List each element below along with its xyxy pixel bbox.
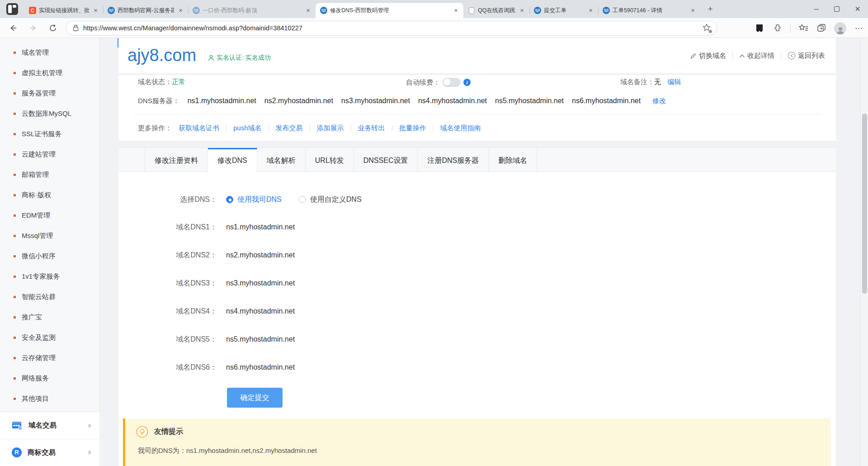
link-publish-trade[interactable]: 发布交易 xyxy=(276,124,303,133)
link-add-display[interactable]: 添加展示 xyxy=(317,124,344,133)
link-batch-ops[interactable]: 批量操作 xyxy=(399,124,426,133)
divider xyxy=(732,52,733,59)
browser-tab[interactable]: QQ在线咨询跳转中 × xyxy=(463,3,529,18)
bullet-icon xyxy=(14,296,16,298)
profile-avatar[interactable] xyxy=(834,22,846,34)
sidebar-item-promotion[interactable]: 推广宝 xyxy=(0,307,99,328)
sidebar-item-server[interactable]: 服务器管理 xyxy=(0,83,99,104)
info-icon[interactable]: i xyxy=(463,79,471,86)
workspace-icon[interactable] xyxy=(6,3,18,15)
sidebar-item-sitebuilder[interactable]: 云建站管理 xyxy=(0,144,99,165)
sidebar-item-cloudsites[interactable]: 智能云站群 xyxy=(0,287,99,307)
browser-tabstrip: C 实现短链接跳转、批量 × 西部数码官网-云服务器 × 一口价-西部数码-新顶… xyxy=(0,0,868,18)
tab-close-icon[interactable]: × xyxy=(587,7,594,14)
radio-unselected-icon[interactable] xyxy=(299,196,306,203)
bullet-icon xyxy=(14,255,16,257)
tab-modify-dns[interactable]: 修改DNS xyxy=(208,148,257,172)
browser-menu-icon[interactable]: ⋯ xyxy=(854,23,864,33)
tab-close-icon[interactable]: × xyxy=(177,7,184,14)
browser-tab[interactable]: C 实现短链接跳转、批量 × xyxy=(24,3,103,18)
toolbar-divider xyxy=(790,24,791,33)
tab-register-dns-server[interactable]: 注册DNS服务器 xyxy=(418,148,489,172)
sidebar-item-network[interactable]: 网络服务 xyxy=(0,368,99,389)
url-input[interactable]: https://www.west.cn/Manager/domainnew/ns… xyxy=(83,24,702,32)
browser-tab[interactable]: 工单5907146 - 详情 × xyxy=(598,3,700,18)
remark-value: 无 xyxy=(654,78,661,86)
back-button[interactable] xyxy=(6,21,20,35)
notice-text: 我司的DNS为：ns1.myhostadmin.net,ns2.myhostad… xyxy=(138,447,317,455)
sidebar-item-edm[interactable]: EDM管理 xyxy=(0,205,99,226)
sidebar-item-trademark[interactable]: 商标·版权 xyxy=(0,185,99,205)
domain-remark: 域名备注：无 编辑 xyxy=(620,78,681,86)
tab-close-icon[interactable]: × xyxy=(92,7,99,14)
browser-tab-active[interactable]: 修改DNS-西部数码管理 × xyxy=(316,3,463,18)
dns2-label: 域名DNS2： xyxy=(118,250,217,261)
tab-close-icon[interactable]: × xyxy=(518,7,526,14)
sidebar-section-label: 商标交易 xyxy=(28,448,89,457)
dns5-row: 域名DNS5： ns5.myhostadmin.net xyxy=(118,334,836,345)
dns-edit-link[interactable]: 修改 xyxy=(652,97,666,105)
window-maximize-button[interactable] xyxy=(826,0,847,18)
sidebar-item-storage[interactable]: 云存储管理 xyxy=(0,348,99,368)
sidebar-item-security[interactable]: 安全及监测 xyxy=(0,328,99,348)
dns-server-value: ns5.myhostadmin.net xyxy=(495,97,564,105)
sidebar-item-mysql[interactable]: 云数据库MySQL xyxy=(0,104,99,124)
sidebar-item-mssql[interactable]: Mssql管理 xyxy=(0,226,99,246)
domain-status-value: 正常 xyxy=(172,78,185,86)
sidebar-item-expert[interactable]: 1v1专家服务 xyxy=(0,266,99,287)
sidebar-item-domain-manage[interactable]: 域名管理 xyxy=(0,43,99,63)
bullet-icon xyxy=(14,214,16,217)
sidebar-item-miniprogram[interactable]: 微信小程序 xyxy=(0,246,99,266)
submit-button[interactable]: 确定提交 xyxy=(227,388,283,408)
page-scrollbar-thumb[interactable] xyxy=(862,114,867,294)
tab-title: 西部数码官网-云服务器 xyxy=(118,7,174,14)
new-tab-button[interactable]: + xyxy=(704,3,717,16)
address-bar[interactable]: https://www.west.cn/Manager/domainnew/ns… xyxy=(66,21,717,35)
browser-tab[interactable]: 一口价-西部数码-新顶 × xyxy=(188,3,316,18)
back-to-list-button[interactable]: 返回列表 xyxy=(788,52,825,60)
dns5-value: ns5.myhostadmin.net xyxy=(226,334,295,345)
collections-icon[interactable] xyxy=(816,23,827,33)
tab-url-forwarding[interactable]: URL转发 xyxy=(306,148,354,172)
tab-delete-domain[interactable]: 删除域名 xyxy=(489,148,537,172)
forward-button[interactable] xyxy=(26,21,40,35)
sidebar-item-mailbox[interactable]: 邮箱管理 xyxy=(0,165,99,185)
link-get-domain-cert[interactable]: 获取域名证书 xyxy=(179,124,219,133)
tab-edit-registration[interactable]: 修改注册资料 xyxy=(145,148,208,172)
divider xyxy=(351,125,351,131)
page-scrollbar[interactable] xyxy=(860,38,868,466)
sidebar-item-label: 商标·版权 xyxy=(22,191,51,200)
extension-2-icon[interactable] xyxy=(772,23,783,33)
link-transfer-out[interactable]: 业务转出 xyxy=(358,124,385,133)
refresh-button[interactable] xyxy=(46,21,60,35)
collapse-details-button[interactable]: 收起详情 xyxy=(739,52,774,60)
radio-custom-dns[interactable]: 使用自定义DNS xyxy=(299,194,362,205)
sidebar-item-label: 其他项目 xyxy=(22,395,49,403)
switch-domain-button[interactable]: 切换域名 xyxy=(690,52,726,60)
window-minimize-button[interactable] xyxy=(806,0,826,18)
remark-edit-link[interactable]: 编辑 xyxy=(667,78,681,86)
tab-close-icon[interactable]: × xyxy=(304,7,312,14)
sidebar-section-domain-trade[interactable]: 域名交易 xyxy=(0,412,99,439)
link-push-domain[interactable]: push域名 xyxy=(233,124,262,133)
browser-toolbar: https://www.west.cn/Manager/domainnew/ns… xyxy=(0,18,868,38)
sidebar-item-ssl[interactable]: SSL证书服务 xyxy=(0,124,99,144)
sidebar-item-vhost[interactable]: 虚拟主机管理 xyxy=(0,63,99,83)
link-domain-guide[interactable]: 域名使用指南 xyxy=(440,124,481,133)
sidebar-item-other[interactable]: 其他项目 xyxy=(0,389,99,409)
favorites-hub-icon[interactable] xyxy=(798,23,809,33)
tab-close-icon[interactable]: × xyxy=(689,7,697,14)
auto-renew-toggle[interactable] xyxy=(443,78,461,87)
extension-1-icon[interactable] xyxy=(754,23,765,33)
sidebar-section-trademark-trade[interactable]: R 商标交易 xyxy=(0,439,99,466)
browser-tab[interactable]: 西部数码官网-云服务器 × xyxy=(103,3,188,18)
window-close-button[interactable]: ✕ xyxy=(847,0,868,18)
radio-selected-icon[interactable] xyxy=(226,196,233,203)
tab-close-icon[interactable]: × xyxy=(452,7,460,14)
tab-domain-resolution[interactable]: 域名解析 xyxy=(257,148,306,172)
lock-icon xyxy=(73,24,79,31)
favorite-star-icon[interactable] xyxy=(702,23,712,33)
browser-tab[interactable]: 提交工单 × xyxy=(529,3,598,18)
radio-our-dns[interactable]: 使用我司DNS xyxy=(226,194,282,205)
tab-dnssec[interactable]: DNSSEC设置 xyxy=(354,148,418,172)
